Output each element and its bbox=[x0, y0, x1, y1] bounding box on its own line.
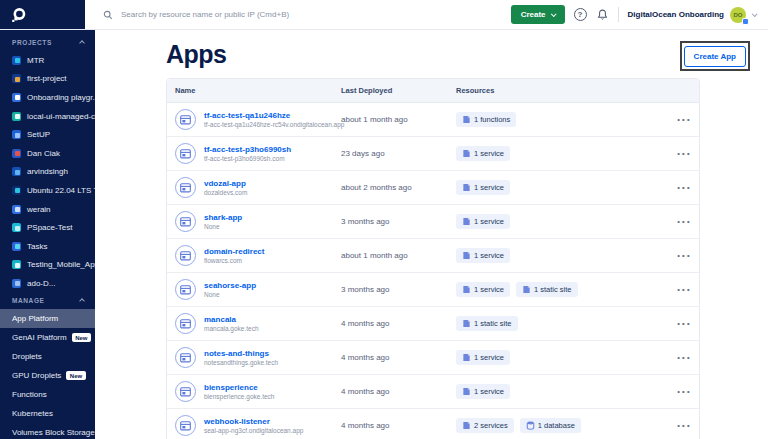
resource-badge-label: 1 functions bbox=[474, 115, 510, 124]
last-deployed: 23 days ago bbox=[341, 149, 456, 158]
app-name-link[interactable]: shark-app bbox=[204, 213, 242, 222]
app-domain: notesandthings.goke.tech bbox=[204, 359, 278, 366]
app-icon bbox=[175, 211, 196, 232]
table-row: biensperience biensperience.goke.tech 4 … bbox=[167, 375, 699, 409]
help-icon: ? bbox=[574, 8, 587, 21]
last-deployed: about 2 months ago bbox=[341, 183, 456, 192]
search-input[interactable] bbox=[119, 9, 399, 20]
service-icon bbox=[462, 251, 471, 260]
sidebar-project-item[interactable]: Dan Ciak bbox=[0, 144, 95, 163]
app-name-link[interactable]: tf-acc-test-qa1u246hze bbox=[204, 111, 344, 120]
sidebar-project-item[interactable]: MTR bbox=[0, 51, 95, 70]
resource-badge: 1 service bbox=[456, 214, 510, 229]
app-window-icon bbox=[180, 285, 191, 295]
new-badge: New bbox=[66, 371, 85, 380]
app-icon bbox=[175, 313, 196, 334]
row-menu-button[interactable] bbox=[669, 215, 699, 228]
row-menu-button[interactable] bbox=[669, 385, 699, 398]
project-label: arvindsingh bbox=[27, 167, 68, 176]
sidebar: PROJECTS MTR first-project Onboarding pl… bbox=[0, 30, 95, 439]
sidebar-project-item[interactable]: arvindsingh bbox=[0, 163, 95, 182]
row-menu-button[interactable] bbox=[669, 283, 699, 296]
project-icon bbox=[12, 242, 21, 251]
app-name-link[interactable]: tf-acc-test-p3ho6990sh bbox=[204, 145, 291, 154]
project-label: Onboarding playgr... bbox=[27, 93, 95, 102]
last-deployed: 4 months ago bbox=[341, 387, 456, 396]
project-icon bbox=[12, 223, 21, 232]
app-name-link[interactable]: webhook-listener bbox=[204, 417, 303, 426]
sidebar-project-item[interactable]: ado-D... bbox=[0, 274, 95, 288]
app-name-link[interactable]: mancala bbox=[204, 315, 259, 324]
resource-badge-label: 1 database bbox=[538, 421, 575, 430]
sidebar-manage-item[interactable]: Droplets bbox=[0, 347, 95, 366]
sidebar-manage-item[interactable]: GPU Droplets New bbox=[0, 366, 95, 385]
create-app-button[interactable]: Create App bbox=[684, 46, 746, 67]
resources-cell: 1 static site bbox=[456, 316, 669, 331]
resource-badge-label: 1 static site bbox=[474, 319, 512, 328]
account-menu[interactable]: DigitalOcean Onboarding DO bbox=[628, 7, 756, 23]
app-name-link[interactable]: biensperience bbox=[204, 383, 274, 392]
sidebar-project-item[interactable]: PSpace-Test bbox=[0, 218, 95, 237]
sidebar-project-item[interactable]: local-ui-managed-c... bbox=[0, 107, 95, 126]
row-menu-button[interactable] bbox=[669, 181, 699, 194]
manage-item-label: App Platform bbox=[12, 314, 58, 323]
sidebar-project-item[interactable]: Testing_Mobile_App bbox=[0, 256, 95, 275]
project-icon bbox=[12, 112, 21, 121]
sidebar-manage-item[interactable]: GenAI Platform New bbox=[0, 328, 95, 347]
app-name-cell: domain-redirect flowarcs.com bbox=[175, 245, 341, 266]
sidebar-manage-item[interactable]: Kubernetes bbox=[0, 404, 95, 423]
resource-badge: 1 functions bbox=[456, 112, 516, 127]
sidebar-manage-item[interactable]: Functions bbox=[0, 385, 95, 404]
project-icon bbox=[12, 186, 21, 195]
table-row: notes-and-things notesandthings.goke.tec… bbox=[167, 341, 699, 375]
digitalocean-logo[interactable] bbox=[0, 0, 85, 29]
projects-header-label: PROJECTS bbox=[12, 39, 52, 46]
row-menu-button[interactable] bbox=[669, 113, 699, 126]
app-icon bbox=[175, 279, 196, 300]
create-button[interactable]: Create bbox=[511, 5, 565, 24]
row-menu-button[interactable] bbox=[669, 351, 699, 364]
app-name-link[interactable]: notes-and-things bbox=[204, 349, 278, 358]
row-menu-button[interactable] bbox=[669, 249, 699, 262]
resource-badge-label: 1 service bbox=[474, 387, 504, 396]
sidebar-project-item[interactable]: Tasks bbox=[0, 237, 95, 256]
sidebar-project-item[interactable]: SetUP bbox=[0, 125, 95, 144]
column-header-last-deployed: Last Deployed bbox=[341, 86, 456, 95]
resources-cell: 1 service bbox=[456, 146, 669, 161]
manage-section-header[interactable]: MANAGE bbox=[0, 288, 95, 309]
projects-section-header[interactable]: PROJECTS bbox=[0, 30, 95, 51]
sidebar-manage-item[interactable]: App Platform bbox=[0, 309, 95, 328]
app-name-link[interactable]: vdozal-app bbox=[204, 179, 247, 188]
help-button[interactable]: ? bbox=[574, 8, 587, 21]
notifications-button[interactable] bbox=[596, 8, 609, 21]
app-icon bbox=[175, 177, 196, 198]
top-bar: Create ? DigitalOcean Onboarding DO bbox=[0, 0, 768, 30]
app-name-cell: tf-acc-test-p3ho6990sh tf-acc-test-p3ho6… bbox=[175, 143, 341, 164]
create-app-annotation-box: Create App bbox=[680, 41, 750, 71]
global-search bbox=[85, 0, 511, 29]
service-icon bbox=[522, 285, 531, 294]
sidebar-project-item[interactable]: first-project bbox=[0, 70, 95, 89]
project-icon bbox=[12, 130, 21, 139]
service-icon bbox=[462, 319, 471, 328]
resources-cell: 1 service bbox=[456, 350, 669, 365]
sidebar-project-item[interactable]: Onboarding playgr... bbox=[0, 88, 95, 107]
app-domain: dozaldevs.com bbox=[204, 189, 247, 196]
app-icon bbox=[175, 245, 196, 266]
app-name-link[interactable]: domain-redirect bbox=[204, 247, 264, 256]
app-window-icon bbox=[180, 421, 191, 431]
app-name-link[interactable]: seahorse-app bbox=[204, 281, 256, 290]
table-row: vdozal-app dozaldevs.com about 2 months … bbox=[167, 171, 699, 205]
sidebar-project-item[interactable]: werain bbox=[0, 200, 95, 219]
row-menu-button[interactable] bbox=[669, 147, 699, 160]
sidebar-project-item[interactable]: Ubuntu 22.04 LTS T... bbox=[0, 181, 95, 200]
row-menu-button[interactable] bbox=[669, 419, 699, 432]
new-badge: New bbox=[72, 333, 91, 342]
row-menu-button[interactable] bbox=[669, 317, 699, 330]
service-icon bbox=[462, 421, 471, 430]
project-label: Ubuntu 22.04 LTS T... bbox=[27, 186, 95, 195]
resources-cell: 1 service bbox=[456, 214, 669, 229]
service-icon bbox=[462, 387, 471, 396]
sidebar-manage-item[interactable]: Volumes Block Storage bbox=[0, 423, 95, 439]
app-window-icon bbox=[180, 319, 191, 329]
